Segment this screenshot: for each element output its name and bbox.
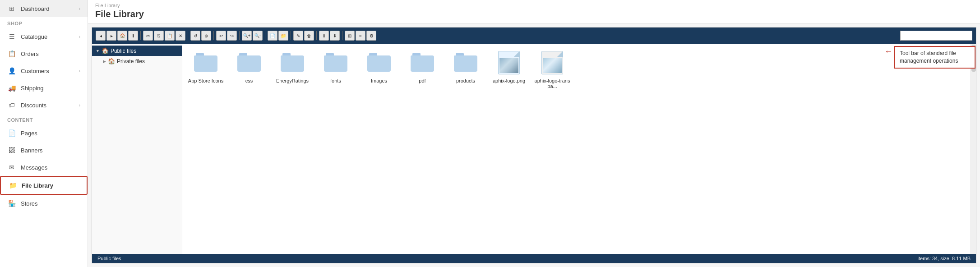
chevron-right-icon: › — [79, 6, 80, 11]
tree-item-label: Public files — [111, 48, 136, 54]
file-item-products[interactable]: products — [448, 49, 484, 89]
file-item-pdf[interactable]: pdf — [404, 49, 440, 89]
toolbar-back-btn[interactable]: ◂ — [96, 31, 106, 41]
toolbar-stop-btn[interactable]: ⊗ — [201, 31, 211, 41]
folder-icon — [411, 53, 434, 73]
toolbar-zoom-out-btn[interactable]: 🔍- — [253, 31, 263, 41]
folder-icon-wrap — [365, 49, 393, 76]
toolbar-settings-btn[interactable]: ⚙ — [366, 31, 376, 41]
tree-item-public-files[interactable]: ▼ 🏠 Public files — [92, 46, 182, 56]
toolbar-annotation-text: Tool bar of standard file management ope… — [894, 46, 975, 69]
toolbar-cut-btn[interactable]: ✂ — [143, 31, 153, 41]
file-tree: ▼ 🏠 Public files ▶ 🏠 Private files File … — [92, 44, 182, 254]
breadcrumb: File Library — [95, 3, 973, 8]
file-item-css[interactable]: css — [231, 49, 267, 89]
folder-icon-wrap — [409, 49, 436, 76]
file-label: products — [456, 78, 475, 83]
toolbar-sep-3 — [213, 31, 214, 40]
file-item-aphix-logo-trans[interactable]: aphix-logo-transpa... — [534, 49, 570, 89]
sidebar-item-customers[interactable]: 👤 Customers › — [0, 62, 88, 79]
sidebar-item-file-library[interactable]: 📁 File Library — [0, 176, 88, 195]
stores-icon: 🏪 — [7, 199, 16, 208]
file-item-fonts[interactable]: fonts — [318, 49, 354, 89]
sidebar-item-orders[interactable]: 📋 Orders — [0, 45, 88, 62]
sidebar-item-messages[interactable]: ✉ Messages — [0, 159, 88, 176]
file-label: Images — [371, 78, 387, 83]
toolbar-sep-8 — [342, 31, 342, 40]
main-content: File Library File Library ← Tool bar of … — [88, 0, 980, 267]
banners-icon: 🖼 — [7, 146, 16, 155]
toolbar-redo-btn[interactable]: ↪ — [227, 31, 237, 41]
grid-scrollbar[interactable] — [971, 44, 976, 254]
toolbar-zoom-in-btn[interactable]: 🔍+ — [242, 31, 252, 41]
toolbar-annotation: ← Tool bar of standard file management o… — [884, 46, 975, 69]
file-label: App Store Icons — [188, 78, 223, 83]
toolbar-sep-6 — [291, 31, 291, 40]
folder-icon: 🏠 — [102, 47, 109, 54]
folder-icon-wrap — [236, 49, 263, 76]
chevron-right-icon: › — [79, 103, 80, 108]
toolbar-list-view-btn[interactable]: ≡ — [356, 31, 365, 41]
status-current-folder: Public files — [97, 256, 121, 261]
status-bar: Public files items: 34, size: 8.11 MB — [92, 254, 976, 263]
file-grid: App Store Icons css — [182, 44, 976, 254]
sidebar-item-label: Orders — [21, 51, 80, 57]
toolbar-upload-btn[interactable]: ⬆ — [319, 31, 329, 41]
toolbar-refresh-btn[interactable]: ↺ — [190, 31, 200, 41]
toolbar-sep-7 — [316, 31, 317, 40]
toolbar-view-btn[interactable]: ⊞ — [345, 31, 355, 41]
file-toolbar: ◂ ▸ 🏠 ⬆ ✂ ⎘ 📋 ✕ ↺ ⊗ ↩ ↪ 🔍+ 🔍- 📄 — [92, 28, 976, 44]
toolbar-new-folder-btn[interactable]: 📁 — [278, 31, 288, 41]
sidebar-item-label: Shipping — [21, 85, 80, 92]
file-item-app-store-icons[interactable]: App Store Icons — [188, 49, 224, 89]
file-library-panel: ◂ ▸ 🏠 ⬆ ✂ ⎘ 📋 ✕ ↺ ⊗ ↩ ↪ 🔍+ 🔍- 📄 — [92, 27, 976, 263]
toolbar-sep-2 — [188, 31, 188, 40]
sidebar-item-label: Pages — [21, 130, 80, 137]
shop-section-label: SHOP — [0, 17, 88, 28]
sidebar-item-shipping[interactable]: 🚚 Shipping — [0, 79, 88, 97]
sidebar-item-label: Discounts — [21, 102, 79, 109]
file-label: fonts — [330, 78, 341, 83]
sidebar-item-catalogue[interactable]: ☰ Catalogue › — [0, 28, 88, 45]
toolbar-forward-btn[interactable]: ▸ — [106, 31, 116, 41]
sidebar-item-pages[interactable]: 📄 Pages — [0, 124, 88, 142]
sidebar-item-label: Banners — [21, 147, 80, 154]
toolbar-search-input[interactable] — [900, 31, 972, 41]
folder-icon: 🏠 — [108, 58, 115, 64]
tree-item-private-files[interactable]: ▶ 🏠 Private files — [92, 56, 182, 66]
toolbar-home-btn[interactable]: 🏠 — [117, 31, 127, 41]
sidebar-item-dashboard[interactable]: ⊞ Dashboard › — [0, 0, 88, 17]
sidebar-item-label: Messages — [21, 164, 80, 171]
image-icon-wrap — [539, 49, 566, 76]
folder-icon — [454, 53, 477, 73]
toolbar-remove-btn[interactable]: 🗑 — [304, 31, 314, 41]
content-section-label: CONTENT — [0, 114, 88, 124]
toolbar-copy-btn[interactable]: ⎘ — [154, 31, 164, 41]
toolbar-rename-btn[interactable]: ✎ — [293, 31, 303, 41]
toolbar-up-btn[interactable]: ⬆ — [128, 31, 138, 41]
image-file-icon — [498, 51, 520, 74]
toolbar-new-file-btn[interactable]: 📄 — [268, 31, 277, 41]
expand-icon: ▼ — [96, 49, 100, 53]
file-item-energy-ratings[interactable]: EnergyRatings — [274, 49, 310, 89]
toolbar-delete-btn[interactable]: ✕ — [176, 31, 185, 41]
file-library-icon: 📁 — [8, 181, 17, 190]
sidebar-item-discounts[interactable]: 🏷 Discounts › — [0, 97, 88, 114]
tree-item-label: Private files — [117, 58, 145, 64]
file-library-wrap: ← Tool bar of standard file management o… — [88, 23, 980, 267]
toolbar-undo-btn[interactable]: ↩ — [216, 31, 226, 41]
sidebar-item-label: Customers — [21, 68, 79, 74]
folder-icon — [194, 53, 217, 73]
file-label: EnergyRatings — [276, 78, 309, 83]
file-item-images[interactable]: Images — [361, 49, 397, 89]
file-item-aphix-logo[interactable]: aphix-logo.png — [491, 49, 527, 89]
toolbar-download-btn[interactable]: ⬇ — [330, 31, 340, 41]
status-info: items: 34, size: 8.11 MB — [918, 256, 971, 261]
folder-icon — [324, 53, 347, 73]
toolbar-paste-btn[interactable]: 📋 — [165, 31, 175, 41]
sidebar-item-stores[interactable]: 🏪 Stores — [0, 195, 88, 212]
expand-icon: ▶ — [103, 59, 106, 64]
file-grid-wrap: App Store Icons css — [182, 44, 976, 254]
sidebar-item-banners[interactable]: 🖼 Banners — [0, 142, 88, 159]
shipping-icon: 🚚 — [7, 83, 16, 92]
